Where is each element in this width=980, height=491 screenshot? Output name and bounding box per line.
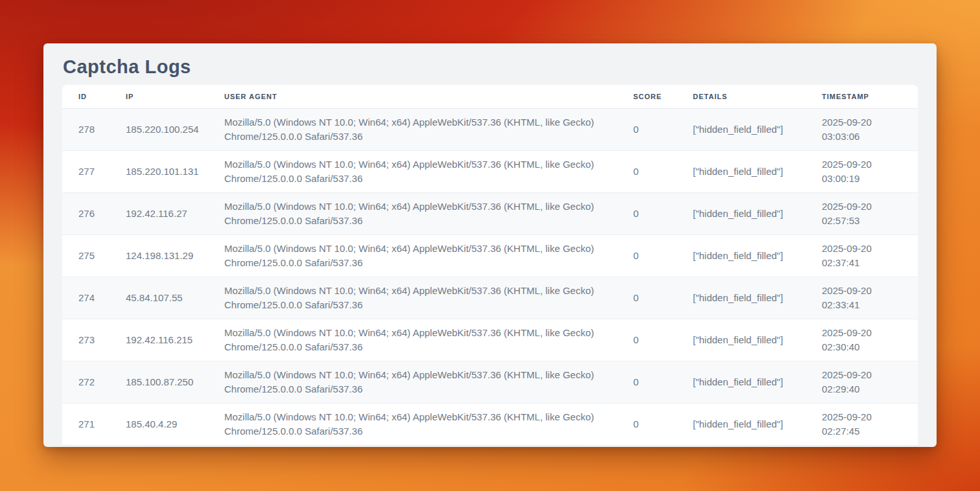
cell-ip: 124.198.131.29: [126, 234, 224, 277]
column-header-user-agent: USER AGENT: [224, 85, 633, 108]
cell-timestamp: 2025-09-20 03:03:06: [822, 108, 918, 150]
table-row: 271 185.40.4.29 Mozilla/5.0 (Windows NT …: [62, 403, 918, 445]
table-row: 277 185.220.101.131 Mozilla/5.0 (Windows…: [62, 150, 918, 192]
column-header-details: DETAILS: [693, 85, 822, 108]
column-header-score: SCORE: [633, 85, 693, 108]
cell-score: 0: [633, 403, 693, 445]
cell-ip: 185.100.87.250: [126, 361, 224, 403]
table-row: 272 185.100.87.250 Mozilla/5.0 (Windows …: [62, 361, 918, 403]
table-row: 278 185.220.100.254 Mozilla/5.0 (Windows…: [62, 108, 918, 150]
cell-details: ["hidden_field_filled"]: [693, 234, 822, 277]
table-row: 273 192.42.116.215 Mozilla/5.0 (Windows …: [62, 319, 918, 361]
cell-details: ["hidden_field_filled"]: [693, 319, 822, 361]
cell-timestamp: 2025-09-20 02:29:40: [822, 361, 918, 403]
cell-id: 271: [62, 403, 126, 445]
cell-timestamp: 2025-09-20 02:27:45: [822, 403, 918, 445]
table-row: 275 124.198.131.29 Mozilla/5.0 (Windows …: [62, 234, 918, 277]
cell-user-agent: Mozilla/5.0 (Windows NT 10.0; Win64; x64…: [224, 150, 633, 192]
cell-timestamp: 2025-09-20 02:30:40: [822, 319, 918, 361]
cell-details: ["hidden_field_filled"]: [693, 277, 822, 319]
cell-id: 277: [62, 150, 126, 192]
page-background: { "page": { "title": "Captcha Logs" }, "…: [0, 0, 980, 491]
cell-id: 273: [62, 319, 126, 361]
captcha-logs-table: ID IP USER AGENT SCORE DETAILS TIMESTAMP…: [62, 85, 918, 446]
column-header-timestamp: TIMESTAMP: [822, 85, 918, 108]
cell-timestamp: 2025-09-20 02:57:53: [822, 192, 918, 234]
cell-details: ["hidden_field_filled"]: [693, 192, 822, 234]
captcha-logs-card: Captcha Logs ID IP USER AGENT SCORE DETA…: [43, 43, 937, 447]
cell-timestamp: 2025-09-20 03:00:19: [822, 150, 918, 192]
cell-id: 272: [62, 361, 126, 403]
cell-timestamp: 2025-09-20 02:37:41: [822, 234, 918, 277]
cell-ip: 185.220.101.131: [126, 150, 224, 192]
table-header: ID IP USER AGENT SCORE DETAILS TIMESTAMP: [62, 85, 918, 108]
cell-ip: 192.42.116.27: [126, 192, 224, 234]
cell-id: 278: [62, 108, 126, 150]
cell-ip: 192.42.116.215: [126, 319, 224, 361]
cell-score: 0: [633, 319, 693, 361]
cell-details: ["hidden_field_filled"]: [693, 361, 822, 403]
table-row: 276 192.42.116.27 Mozilla/5.0 (Windows N…: [62, 192, 918, 234]
cell-user-agent: Mozilla/5.0 (Windows NT 10.0; Win64; x64…: [224, 361, 633, 403]
cell-details: ["hidden_field_filled"]: [693, 108, 822, 150]
cell-user-agent: Mozilla/5.0 (Windows NT 10.0; Win64; x64…: [224, 277, 633, 319]
cell-score: 0: [633, 192, 693, 234]
table-header-row: ID IP USER AGENT SCORE DETAILS TIMESTAMP: [62, 85, 918, 108]
column-header-id: ID: [62, 85, 126, 108]
column-header-ip: IP: [126, 85, 224, 108]
cell-ip: 185.220.100.254: [126, 108, 224, 150]
cell-score: 0: [633, 361, 693, 403]
cell-id: 274: [62, 277, 126, 319]
cell-user-agent: Mozilla/5.0 (Windows NT 10.0; Win64; x64…: [224, 108, 633, 150]
cell-id: 276: [62, 192, 126, 234]
cell-details: ["hidden_field_filled"]: [693, 150, 822, 192]
cell-ip: 185.40.4.29: [126, 403, 224, 445]
cell-user-agent: Mozilla/5.0 (Windows NT 10.0; Win64; x64…: [224, 319, 633, 361]
cell-score: 0: [633, 108, 693, 150]
cell-id: 275: [62, 234, 126, 277]
cell-score: 0: [633, 150, 693, 192]
cell-details: ["hidden_field_filled"]: [693, 403, 822, 445]
cell-user-agent: Mozilla/5.0 (Windows NT 10.0; Win64; x64…: [224, 234, 633, 277]
cell-timestamp: 2025-09-20 02:33:41: [822, 277, 918, 319]
table-body: 278 185.220.100.254 Mozilla/5.0 (Windows…: [62, 108, 918, 445]
cell-score: 0: [633, 234, 693, 277]
cell-ip: 45.84.107.55: [126, 277, 224, 319]
cell-user-agent: Mozilla/5.0 (Windows NT 10.0; Win64; x64…: [224, 403, 633, 445]
page-title: Captcha Logs: [62, 43, 918, 85]
table-row: 274 45.84.107.55 Mozilla/5.0 (Windows NT…: [62, 277, 918, 319]
cell-score: 0: [633, 277, 693, 319]
cell-user-agent: Mozilla/5.0 (Windows NT 10.0; Win64; x64…: [224, 192, 633, 234]
